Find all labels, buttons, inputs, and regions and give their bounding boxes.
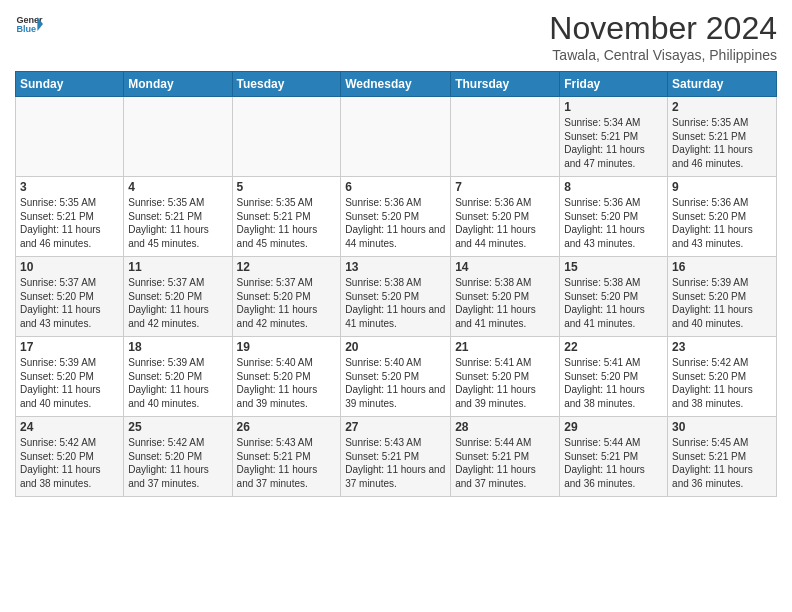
calendar-cell: 18Sunrise: 5:39 AM Sunset: 5:20 PM Dayli… [124,337,232,417]
week-row-5: 24Sunrise: 5:42 AM Sunset: 5:20 PM Dayli… [16,417,777,497]
day-number: 11 [128,260,227,274]
day-info: Sunrise: 5:41 AM Sunset: 5:20 PM Dayligh… [455,356,555,410]
day-info: Sunrise: 5:40 AM Sunset: 5:20 PM Dayligh… [345,356,446,410]
day-number: 25 [128,420,227,434]
day-info: Sunrise: 5:39 AM Sunset: 5:20 PM Dayligh… [128,356,227,410]
day-number: 15 [564,260,663,274]
day-number: 4 [128,180,227,194]
day-info: Sunrise: 5:38 AM Sunset: 5:20 PM Dayligh… [345,276,446,330]
day-info: Sunrise: 5:36 AM Sunset: 5:20 PM Dayligh… [564,196,663,250]
day-number: 7 [455,180,555,194]
week-row-2: 3Sunrise: 5:35 AM Sunset: 5:21 PM Daylig… [16,177,777,257]
day-info: Sunrise: 5:43 AM Sunset: 5:21 PM Dayligh… [237,436,337,490]
day-number: 28 [455,420,555,434]
calendar-cell: 9Sunrise: 5:36 AM Sunset: 5:20 PM Daylig… [668,177,777,257]
calendar-cell: 19Sunrise: 5:40 AM Sunset: 5:20 PM Dayli… [232,337,341,417]
logo-icon: General Blue [15,10,43,38]
calendar-cell: 22Sunrise: 5:41 AM Sunset: 5:20 PM Dayli… [560,337,668,417]
day-info: Sunrise: 5:42 AM Sunset: 5:20 PM Dayligh… [128,436,227,490]
day-info: Sunrise: 5:36 AM Sunset: 5:20 PM Dayligh… [672,196,772,250]
calendar-cell: 6Sunrise: 5:36 AM Sunset: 5:20 PM Daylig… [341,177,451,257]
day-info: Sunrise: 5:37 AM Sunset: 5:20 PM Dayligh… [20,276,119,330]
calendar-table: SundayMondayTuesdayWednesdayThursdayFrid… [15,71,777,497]
day-info: Sunrise: 5:40 AM Sunset: 5:20 PM Dayligh… [237,356,337,410]
day-info: Sunrise: 5:35 AM Sunset: 5:21 PM Dayligh… [237,196,337,250]
day-info: Sunrise: 5:39 AM Sunset: 5:20 PM Dayligh… [20,356,119,410]
calendar-cell: 20Sunrise: 5:40 AM Sunset: 5:20 PM Dayli… [341,337,451,417]
calendar-cell: 1Sunrise: 5:34 AM Sunset: 5:21 PM Daylig… [560,97,668,177]
calendar-cell: 29Sunrise: 5:44 AM Sunset: 5:21 PM Dayli… [560,417,668,497]
day-number: 29 [564,420,663,434]
day-number: 10 [20,260,119,274]
calendar-cell: 4Sunrise: 5:35 AM Sunset: 5:21 PM Daylig… [124,177,232,257]
day-number: 22 [564,340,663,354]
calendar-cell: 11Sunrise: 5:37 AM Sunset: 5:20 PM Dayli… [124,257,232,337]
day-info: Sunrise: 5:35 AM Sunset: 5:21 PM Dayligh… [20,196,119,250]
calendar-cell: 3Sunrise: 5:35 AM Sunset: 5:21 PM Daylig… [16,177,124,257]
day-number: 30 [672,420,772,434]
day-number: 13 [345,260,446,274]
day-number: 8 [564,180,663,194]
day-info: Sunrise: 5:42 AM Sunset: 5:20 PM Dayligh… [20,436,119,490]
day-number: 23 [672,340,772,354]
day-number: 3 [20,180,119,194]
day-number: 21 [455,340,555,354]
calendar-cell: 28Sunrise: 5:44 AM Sunset: 5:21 PM Dayli… [451,417,560,497]
calendar-cell: 15Sunrise: 5:38 AM Sunset: 5:20 PM Dayli… [560,257,668,337]
week-row-3: 10Sunrise: 5:37 AM Sunset: 5:20 PM Dayli… [16,257,777,337]
day-info: Sunrise: 5:38 AM Sunset: 5:20 PM Dayligh… [455,276,555,330]
calendar-cell: 13Sunrise: 5:38 AM Sunset: 5:20 PM Dayli… [341,257,451,337]
calendar-cell [16,97,124,177]
day-number: 19 [237,340,337,354]
day-info: Sunrise: 5:44 AM Sunset: 5:21 PM Dayligh… [455,436,555,490]
day-number: 1 [564,100,663,114]
day-number: 9 [672,180,772,194]
calendar-cell: 30Sunrise: 5:45 AM Sunset: 5:21 PM Dayli… [668,417,777,497]
calendar-cell: 10Sunrise: 5:37 AM Sunset: 5:20 PM Dayli… [16,257,124,337]
day-number: 24 [20,420,119,434]
month-title: November 2024 [549,10,777,47]
day-number: 27 [345,420,446,434]
calendar-cell: 14Sunrise: 5:38 AM Sunset: 5:20 PM Dayli… [451,257,560,337]
day-info: Sunrise: 5:38 AM Sunset: 5:20 PM Dayligh… [564,276,663,330]
weekday-header-tuesday: Tuesday [232,72,341,97]
page-header: General Blue November 2024 Tawala, Centr… [15,10,777,63]
week-row-1: 1Sunrise: 5:34 AM Sunset: 5:21 PM Daylig… [16,97,777,177]
calendar-cell [124,97,232,177]
day-info: Sunrise: 5:36 AM Sunset: 5:20 PM Dayligh… [455,196,555,250]
day-number: 12 [237,260,337,274]
day-number: 26 [237,420,337,434]
day-number: 20 [345,340,446,354]
calendar-cell: 2Sunrise: 5:35 AM Sunset: 5:21 PM Daylig… [668,97,777,177]
day-number: 2 [672,100,772,114]
day-number: 14 [455,260,555,274]
day-number: 18 [128,340,227,354]
location: Tawala, Central Visayas, Philippines [549,47,777,63]
weekday-header-row: SundayMondayTuesdayWednesdayThursdayFrid… [16,72,777,97]
title-block: November 2024 Tawala, Central Visayas, P… [549,10,777,63]
week-row-4: 17Sunrise: 5:39 AM Sunset: 5:20 PM Dayli… [16,337,777,417]
weekday-header-wednesday: Wednesday [341,72,451,97]
calendar-cell [451,97,560,177]
weekday-header-monday: Monday [124,72,232,97]
day-info: Sunrise: 5:44 AM Sunset: 5:21 PM Dayligh… [564,436,663,490]
weekday-header-sunday: Sunday [16,72,124,97]
calendar-cell: 8Sunrise: 5:36 AM Sunset: 5:20 PM Daylig… [560,177,668,257]
calendar-cell: 27Sunrise: 5:43 AM Sunset: 5:21 PM Dayli… [341,417,451,497]
day-info: Sunrise: 5:34 AM Sunset: 5:21 PM Dayligh… [564,116,663,170]
calendar-cell: 5Sunrise: 5:35 AM Sunset: 5:21 PM Daylig… [232,177,341,257]
day-info: Sunrise: 5:36 AM Sunset: 5:20 PM Dayligh… [345,196,446,250]
weekday-header-friday: Friday [560,72,668,97]
calendar-cell: 25Sunrise: 5:42 AM Sunset: 5:20 PM Dayli… [124,417,232,497]
day-number: 17 [20,340,119,354]
calendar-cell [232,97,341,177]
day-info: Sunrise: 5:39 AM Sunset: 5:20 PM Dayligh… [672,276,772,330]
day-info: Sunrise: 5:45 AM Sunset: 5:21 PM Dayligh… [672,436,772,490]
calendar-cell: 26Sunrise: 5:43 AM Sunset: 5:21 PM Dayli… [232,417,341,497]
day-info: Sunrise: 5:37 AM Sunset: 5:20 PM Dayligh… [237,276,337,330]
calendar-cell: 21Sunrise: 5:41 AM Sunset: 5:20 PM Dayli… [451,337,560,417]
svg-text:Blue: Blue [16,24,36,34]
weekday-header-saturday: Saturday [668,72,777,97]
day-info: Sunrise: 5:43 AM Sunset: 5:21 PM Dayligh… [345,436,446,490]
calendar-cell: 23Sunrise: 5:42 AM Sunset: 5:20 PM Dayli… [668,337,777,417]
